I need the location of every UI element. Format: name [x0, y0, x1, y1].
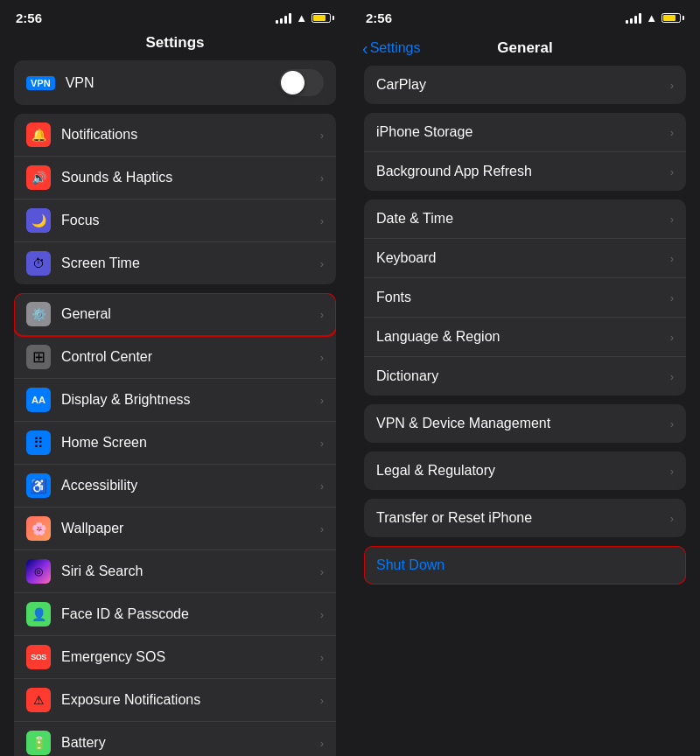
controlcenter-chevron: ›	[320, 351, 324, 364]
row-general[interactable]: ⚙️ General ›	[14, 293, 336, 336]
wifi-icon-right: ▲	[646, 11, 657, 24]
row-screentime[interactable]: ⏱ Screen Time ›	[14, 242, 336, 284]
siri-icon: ◎	[26, 559, 51, 584]
battery-icon-right	[662, 13, 684, 23]
carplay-chevron: ›	[670, 79, 674, 92]
keyboard-label: Keyboard	[376, 250, 670, 266]
status-icons-left: ▲	[276, 11, 334, 24]
time-right: 2:56	[366, 10, 392, 25]
transfer-section: Transfer or Reset iPhone ›	[364, 499, 686, 537]
row-transfer[interactable]: Transfer or Reset iPhone ›	[364, 499, 686, 537]
notifications-chevron: ›	[320, 129, 324, 142]
shutdown-section: Shut Down	[364, 546, 686, 584]
bg-refresh-chevron: ›	[670, 165, 674, 178]
carplay-section: CarPlay ›	[364, 66, 686, 104]
sos-label: Emergency SOS	[61, 649, 315, 665]
battery-chevron: ›	[320, 737, 324, 750]
row-notifications[interactable]: 🔔 Notifications ›	[14, 114, 336, 157]
vpn-badge: VPN	[26, 76, 55, 90]
row-legal[interactable]: Legal & Regulatory ›	[364, 452, 686, 490]
row-siri[interactable]: ◎ Siri & Search ›	[14, 550, 336, 593]
general-section: ⚙️ General › ⊞ Control Center › AA Displ…	[14, 293, 336, 756]
exposure-chevron: ›	[320, 694, 324, 707]
display-icon: AA	[26, 388, 51, 412]
row-homescreen[interactable]: ⠿ Home Screen ›	[14, 422, 336, 465]
shutdown-label: Shut Down	[376, 557, 444, 573]
homescreen-label: Home Screen	[61, 435, 315, 451]
general-icon: ⚙️	[26, 302, 51, 326]
faceid-label: Face ID & Passcode	[61, 606, 315, 622]
row-dictionary[interactable]: Dictionary ›	[364, 357, 686, 396]
row-keyboard[interactable]: Keyboard ›	[364, 239, 686, 278]
row-faceid[interactable]: 👤 Face ID & Passcode ›	[14, 593, 336, 636]
bg-refresh-label: Background App Refresh	[376, 164, 670, 179]
focus-chevron: ›	[320, 214, 324, 228]
notifications-section: 🔔 Notifications › 🔊 Sounds & Haptics › 🌙…	[14, 114, 336, 284]
carplay-label: CarPlay	[376, 77, 670, 93]
row-iphone-storage[interactable]: iPhone Storage ›	[364, 113, 686, 152]
faceid-chevron: ›	[320, 608, 324, 621]
wifi-icon: ▲	[296, 11, 307, 24]
focus-label: Focus	[61, 213, 315, 228]
row-bg-refresh[interactable]: Background App Refresh ›	[364, 152, 686, 191]
row-carplay[interactable]: CarPlay ›	[364, 66, 686, 104]
sounds-icon: 🔊	[26, 165, 51, 190]
status-bar-right: 2:56 ▲	[350, 0, 700, 31]
row-sounds[interactable]: 🔊 Sounds & Haptics ›	[14, 157, 336, 200]
right-nav: ‹ Settings General	[350, 31, 700, 66]
row-sos[interactable]: SOS Emergency SOS ›	[14, 636, 336, 679]
sounds-label: Sounds & Haptics	[61, 170, 315, 186]
row-shutdown[interactable]: Shut Down	[364, 546, 686, 584]
date-time-chevron: ›	[670, 213, 674, 226]
row-accessibility[interactable]: ♿ Accessibility ›	[14, 465, 336, 508]
row-wallpaper[interactable]: 🌸 Wallpaper ›	[14, 508, 336, 550]
row-exposure[interactable]: ⚠ Exposure Notifications ›	[14, 679, 336, 722]
general-chevron: ›	[320, 308, 324, 321]
storage-section: iPhone Storage › Background App Refresh …	[364, 113, 686, 191]
accessibility-label: Accessibility	[61, 478, 315, 494]
exposure-icon: ⚠	[26, 688, 51, 712]
back-button[interactable]: ‹ Settings	[362, 39, 420, 57]
fonts-chevron: ›	[670, 291, 674, 304]
screentime-icon: ⏱	[26, 251, 51, 276]
exposure-label: Exposure Notifications	[61, 692, 315, 708]
screentime-label: Screen Time	[61, 256, 315, 271]
wallpaper-icon: 🌸	[26, 516, 51, 541]
left-panel-title: Settings	[0, 31, 350, 60]
homescreen-chevron: ›	[320, 437, 324, 450]
iphone-storage-label: iPhone Storage	[376, 124, 670, 140]
row-language[interactable]: Language & Region ›	[364, 318, 686, 357]
battery-row-icon: 🔋	[26, 731, 51, 755]
vpn-row[interactable]: VPN VPN	[14, 60, 336, 105]
row-focus[interactable]: 🌙 Focus ›	[14, 200, 336, 242]
accessibility-chevron: ›	[320, 480, 324, 493]
controlcenter-icon: ⊞	[26, 345, 51, 369]
right-content: CarPlay › iPhone Storage › Background Ap…	[350, 66, 700, 756]
battery-label: Battery	[61, 735, 315, 751]
row-display[interactable]: AA Display & Brightness ›	[14, 379, 336, 422]
display-label: Display & Brightness	[61, 392, 315, 408]
signal-icon	[276, 13, 291, 24]
dictionary-chevron: ›	[670, 370, 674, 383]
left-scroll: VPN VPN 🔔 Notifications › 🔊 Sounds & Hap…	[0, 60, 350, 756]
language-label: Language & Region	[376, 329, 670, 345]
row-date-time[interactable]: Date & Time ›	[364, 200, 686, 239]
vpn-toggle[interactable]	[279, 69, 324, 96]
time-left: 2:56	[16, 10, 42, 25]
wallpaper-chevron: ›	[320, 522, 324, 536]
legal-label: Legal & Regulatory	[376, 463, 670, 479]
vpn-device-label: VPN & Device Management	[376, 416, 670, 431]
vpn-device-section: VPN & Device Management ›	[364, 404, 686, 443]
row-fonts[interactable]: Fonts ›	[364, 278, 686, 318]
legal-chevron: ›	[670, 465, 674, 478]
left-panel: 2:56 ▲ Settings VPN VPN	[0, 0, 350, 756]
general-label: General	[61, 306, 315, 322]
accessibility-icon: ♿	[26, 473, 51, 498]
row-vpn-device[interactable]: VPN & Device Management ›	[364, 404, 686, 443]
sos-icon: SOS	[26, 645, 51, 669]
sos-chevron: ›	[320, 651, 324, 664]
faceid-icon: 👤	[26, 602, 51, 626]
row-control-center[interactable]: ⊞ Control Center ›	[14, 336, 336, 379]
transfer-label: Transfer or Reset iPhone	[376, 510, 670, 526]
row-battery[interactable]: 🔋 Battery ›	[14, 722, 336, 756]
